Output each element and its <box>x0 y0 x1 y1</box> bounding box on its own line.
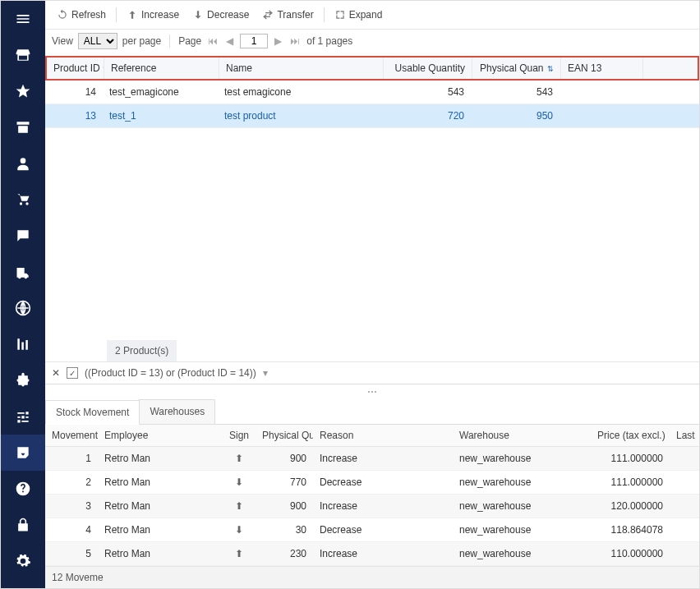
cell-usable-qty: 543 <box>382 81 471 104</box>
sidebar-chat[interactable] <box>1 218 45 254</box>
cell-qty: 900 <box>256 495 313 518</box>
page-input[interactable] <box>240 34 268 48</box>
cart-icon <box>15 191 31 208</box>
cell-price: 111.000000 <box>591 471 670 494</box>
col-ean[interactable]: EAN 13 <box>561 58 643 79</box>
filter-dropdown-icon[interactable]: ▾ <box>263 367 268 379</box>
cell-reason: Decrease <box>313 471 453 494</box>
movement-row[interactable]: 4Retro Man⬇30Decreasenew_warehouse118.86… <box>45 518 699 542</box>
truck-icon <box>15 264 31 280</box>
refresh-button[interactable]: Refresh <box>52 6 111 24</box>
cell-mov-id: 3 <box>45 495 98 518</box>
movement-row[interactable]: 1Retro Man⬆900Increasenew_warehouse111.0… <box>45 447 699 471</box>
sidebar-user[interactable] <box>1 145 45 182</box>
col-sign[interactable]: Sign <box>223 425 256 446</box>
tab-stock-movement[interactable]: Stock Movement <box>45 400 140 425</box>
sidebar-gear[interactable] <box>1 543 45 579</box>
transfer-button[interactable]: Transfer <box>257 6 318 24</box>
movements-count: 12 Moveme <box>45 566 699 588</box>
sidebar <box>1 1 45 588</box>
store-icon <box>15 47 31 63</box>
expand-label: Expand <box>349 9 383 21</box>
col-warehouse[interactable]: Warehouse <box>453 425 591 446</box>
filter-bar: ✕ ✓ ((Product ID = 13) or (Product ID = … <box>45 361 699 384</box>
movement-row[interactable]: 5Retro Man⬆230Increasenew_warehouse110.0… <box>45 542 699 566</box>
sort-icon: ⇅ <box>545 65 554 73</box>
product-row[interactable]: 13test_1test product720950 <box>45 104 699 128</box>
cell-qty: 770 <box>256 471 313 494</box>
expand-icon <box>334 9 346 21</box>
first-page-button[interactable]: ⏮ <box>206 35 219 47</box>
per-page-label: per page <box>122 35 161 47</box>
cell-employee: Retro Man <box>98 542 223 565</box>
help-icon <box>15 481 31 497</box>
arrow-down-icon <box>192 9 204 21</box>
sidebar-store[interactable] <box>1 37 45 73</box>
sidebar-puzzle[interactable] <box>1 362 45 398</box>
refresh-label: Refresh <box>71 9 106 21</box>
sidebar-globe[interactable] <box>1 290 45 326</box>
cell-mov-id: 5 <box>45 542 98 565</box>
sidebar-archive[interactable] <box>1 109 45 145</box>
sidebar-menu[interactable] <box>1 1 45 37</box>
view-label: View <box>52 35 73 47</box>
cell-physical-qty: 950 <box>471 104 560 127</box>
sidebar-sliders[interactable] <box>1 398 45 435</box>
movement-row[interactable]: 3Retro Man⬆900Increasenew_warehouse120.0… <box>45 495 699 518</box>
last-page-button[interactable]: ⏭ <box>288 35 302 47</box>
increase-button[interactable]: Increase <box>122 6 184 24</box>
puzzle-icon <box>15 372 31 389</box>
cell-name: test emagicone <box>218 81 382 104</box>
chat-icon <box>15 228 31 244</box>
sliders-icon <box>15 408 31 425</box>
sidebar-truck[interactable] <box>1 254 45 290</box>
col-reference[interactable]: Reference <box>104 58 219 79</box>
filter-enable-checkbox[interactable]: ✓ <box>67 367 78 379</box>
cell-id: 14 <box>45 81 103 104</box>
globe-icon <box>15 300 31 316</box>
sidebar-inbox[interactable] <box>1 435 45 471</box>
chart-icon <box>15 336 31 352</box>
cell-reason: Increase <box>313 495 453 518</box>
col-movement-id[interactable]: Movement I <box>45 425 98 446</box>
cell-sign-up-icon: ⬆ <box>223 447 256 470</box>
cell-reason: Increase <box>313 447 453 470</box>
cell-qty: 900 <box>256 447 313 470</box>
products-grid: ➸ Product ID▼ Reference Name Usable Quan… <box>45 56 699 128</box>
splitter-handle[interactable]: ⋯ <box>45 384 699 399</box>
product-row[interactable]: 14test_emagiconetest emagicone543543 <box>45 81 699 104</box>
col-usable-qty[interactable]: Usable Quantity <box>384 58 472 79</box>
col-physical-qty[interactable]: Physical Quan ⇅ <box>472 58 561 79</box>
col-qty[interactable]: Physical Qu <box>256 425 313 446</box>
decrease-label: Decrease <box>207 9 249 21</box>
col-employee[interactable]: Employee <box>98 425 223 446</box>
col-price[interactable]: Price (tax excl.) <box>591 425 670 446</box>
cell-employee: Retro Man <box>98 471 223 494</box>
arrow-up-icon <box>127 9 138 21</box>
cell-ref: test_1 <box>103 104 218 127</box>
col-last[interactable]: Last <box>670 425 699 446</box>
per-page-select[interactable]: ALL <box>78 33 117 49</box>
sidebar-cart[interactable] <box>1 182 45 218</box>
prev-page-button[interactable]: ◀ <box>224 35 235 47</box>
cell-reason: Decrease <box>313 518 453 541</box>
sidebar-chart[interactable] <box>1 326 45 362</box>
cell-mov-id: 2 <box>45 471 98 494</box>
next-page-button[interactable]: ▶ <box>273 35 283 47</box>
cell-price: 111.000000 <box>591 447 670 470</box>
tab-warehouses[interactable]: Warehouses <box>139 399 215 424</box>
sidebar-lock[interactable] <box>1 507 45 543</box>
expand-button[interactable]: Expand <box>329 6 388 24</box>
cell-price: 110.000000 <box>591 542 670 565</box>
main: Refresh Increase Decrease Transfer Expan… <box>45 1 699 588</box>
sidebar-star[interactable] <box>1 73 45 109</box>
col-name[interactable]: Name <box>219 58 384 79</box>
sidebar-help[interactable] <box>1 471 45 507</box>
col-reason[interactable]: Reason <box>313 425 453 446</box>
movements-header: Movement I Employee Sign Physical Qu Rea… <box>45 425 699 447</box>
movement-row[interactable]: 2Retro Man⬇770Decreasenew_warehouse111.0… <box>45 471 699 495</box>
filter-close-button[interactable]: ✕ <box>52 367 60 379</box>
col-product-id[interactable]: Product ID▼ <box>47 58 104 79</box>
cell-ref: test_emagicone <box>103 81 218 104</box>
decrease-button[interactable]: Decrease <box>187 6 254 24</box>
